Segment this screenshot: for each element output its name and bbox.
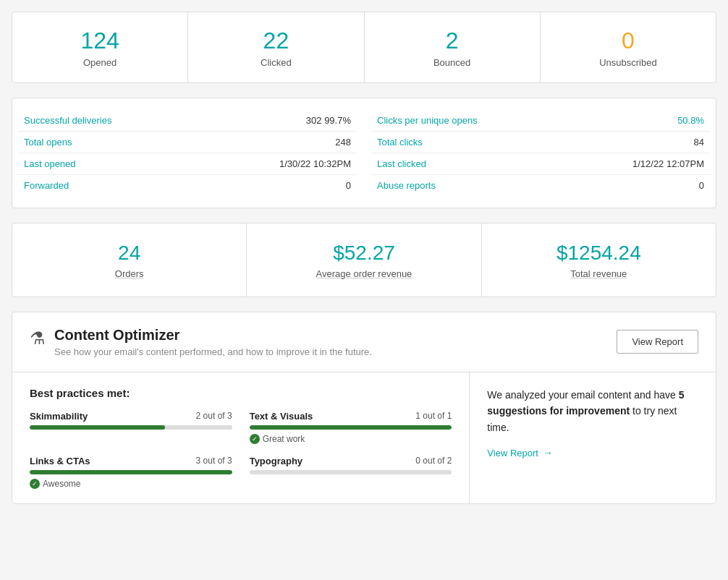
view-report-link[interactable]: View Report →: [487, 447, 698, 459]
stat-bounced: 2 Bounced: [365, 12, 541, 82]
practice-score: 2 out of 3: [196, 411, 232, 422]
suggestions-text: We analyzed your email content and have …: [487, 387, 698, 435]
progress-bar-bg: [250, 470, 452, 474]
metric-row: Last opened 1/30/22 10:32PM: [18, 153, 357, 175]
stat-opened-label: Opened: [20, 57, 180, 68]
stat-unsubscribed-label: Unsubscribed: [548, 57, 708, 68]
optimizer-subtitle: See how your email's content performed, …: [54, 346, 372, 357]
flask-icon: ⚗: [30, 328, 46, 349]
metric-row: Clicks per unique opens 50.8%: [371, 110, 710, 132]
metric-label: Forwarded: [24, 180, 69, 191]
progress-bar-bg: [30, 470, 232, 474]
suggestions-panel: We analyzed your email content and have …: [470, 372, 716, 503]
metric-value: 302 99.7%: [306, 115, 351, 126]
revenue-total: $1254.24 Total revenue: [482, 223, 716, 297]
metric-value: 50.8%: [677, 115, 704, 126]
practice-item: Typography0 out of 2: [250, 456, 452, 489]
optimizer-title-area: ⚗ Content Optimizer See how your email's…: [30, 327, 372, 357]
metric-value: 248: [335, 137, 351, 148]
practice-item: Skimmability2 out of 3: [30, 411, 232, 444]
check-icon: ✓: [250, 434, 260, 444]
practice-header: Typography0 out of 2: [250, 456, 452, 466]
metric-label: Last clicked: [377, 158, 426, 169]
revenue-row: 24 Orders $52.27 Average order revenue $…: [12, 223, 716, 297]
practice-score: 3 out of 3: [196, 456, 232, 466]
stat-clicked-value: 22: [195, 27, 356, 54]
progress-bar-bg: [30, 425, 232, 430]
optimizer-title-text: Content Optimizer See how your email's c…: [54, 327, 372, 357]
practice-badge: ✓Awesome: [30, 479, 232, 489]
metric-value: 0: [346, 180, 351, 191]
check-icon: ✓: [30, 479, 40, 489]
metric-row: Total opens 248: [18, 132, 357, 153]
metric-row: Successful deliveries 302 99.7%: [18, 110, 357, 132]
stat-unsubscribed-value: 0: [548, 27, 708, 54]
practice-name: Skimmability: [30, 411, 88, 422]
practices-panel: Best practices met: Skimmability2 out of…: [12, 372, 470, 503]
metric-row: Forwarded 0: [18, 175, 357, 196]
view-report-button[interactable]: View Report: [617, 330, 698, 354]
revenue-avg: $52.27 Average order revenue: [247, 223, 481, 297]
practice-score: 1 out of 1: [415, 411, 452, 422]
stat-bounced-label: Bounced: [372, 57, 533, 68]
avg-revenue-label: Average order revenue: [254, 268, 473, 279]
practice-name: Links & CTAs: [30, 456, 90, 466]
metric-row: Total clicks 84: [371, 132, 710, 153]
metric-label: Last opened: [24, 158, 76, 169]
metrics-section: Successful deliveries 302 99.7% Total op…: [12, 98, 716, 208]
progress-bar-fill: [250, 425, 452, 430]
optimizer-header: ⚗ Content Optimizer See how your email's…: [12, 312, 716, 372]
stat-bounced-value: 2: [372, 27, 533, 54]
metric-value: 84: [694, 137, 704, 148]
stats-row: 124 Opened 22 Clicked 2 Bounced 0 Unsubs…: [12, 12, 716, 83]
stat-opened-value: 124: [20, 27, 180, 54]
metric-row: Abuse reports 0: [371, 175, 710, 196]
stat-unsubscribed: 0 Unsubscribed: [541, 12, 716, 82]
practice-name: Typography: [250, 456, 302, 466]
stat-clicked: 22 Clicked: [188, 12, 364, 82]
view-report-link-label: View Report: [487, 448, 538, 459]
metric-value: 1/30/22 10:32PM: [279, 158, 351, 169]
revenue-orders: 24 Orders: [12, 223, 247, 297]
total-revenue-label: Total revenue: [489, 268, 708, 279]
practices-grid: Skimmability2 out of 3Text & Visuals1 ou…: [30, 411, 452, 489]
badge-label: Awesome: [43, 479, 80, 489]
metric-label: Total opens: [24, 137, 72, 148]
practice-item: Text & Visuals1 out of 1✓Great work: [250, 411, 452, 444]
content-optimizer: ⚗ Content Optimizer See how your email's…: [12, 312, 716, 504]
stat-opened: 124 Opened: [12, 12, 188, 82]
optimizer-title: Content Optimizer: [54, 327, 372, 344]
practice-header: Skimmability2 out of 3: [30, 411, 232, 422]
practice-score: 0 out of 2: [415, 456, 452, 466]
progress-bar-fill: [30, 470, 232, 474]
metric-label: Total clicks: [377, 137, 423, 148]
orders-value: 24: [20, 241, 239, 265]
metric-label: Clicks per unique opens: [377, 115, 478, 126]
arrow-right-icon: →: [543, 447, 553, 459]
metric-row: Last clicked 1/12/22 12:07PM: [371, 153, 710, 175]
progress-bar-fill: [30, 425, 165, 430]
badge-label: Great work: [263, 434, 305, 444]
metrics-left-col: Successful deliveries 302 99.7% Total op…: [18, 110, 357, 196]
practices-title: Best practices met:: [30, 387, 452, 399]
progress-bar-bg: [250, 425, 452, 430]
metric-label: Abuse reports: [377, 180, 436, 191]
avg-revenue-value: $52.27: [254, 241, 473, 265]
metric-label: Successful deliveries: [24, 115, 111, 126]
metric-value: 0: [699, 180, 704, 191]
total-revenue-value: $1254.24: [489, 241, 708, 265]
optimizer-body: Best practices met: Skimmability2 out of…: [12, 372, 716, 503]
practice-item: Links & CTAs3 out of 3✓Awesome: [30, 456, 232, 489]
metric-value: 1/12/22 12:07PM: [632, 158, 704, 169]
practice-badge: ✓Great work: [250, 434, 452, 444]
practice-name: Text & Visuals: [250, 411, 313, 422]
stat-clicked-label: Clicked: [195, 57, 356, 68]
metrics-right-col: Clicks per unique opens 50.8% Total clic…: [371, 110, 710, 196]
page-wrapper: 124 Opened 22 Clicked 2 Bounced 0 Unsubs…: [0, 0, 728, 516]
practice-header: Links & CTAs3 out of 3: [30, 456, 232, 466]
orders-label: Orders: [20, 268, 239, 279]
practice-header: Text & Visuals1 out of 1: [250, 411, 452, 422]
